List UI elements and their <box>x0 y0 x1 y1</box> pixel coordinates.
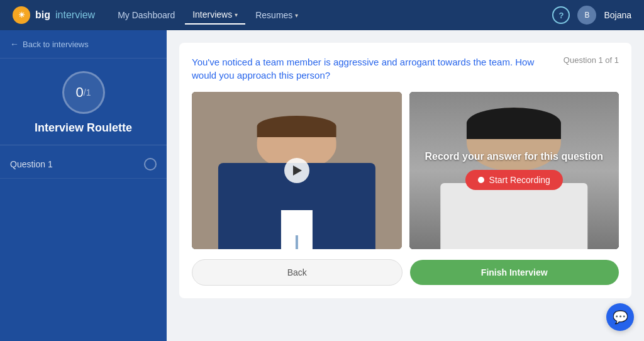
finish-interview-button[interactable]: Finish Interview <box>410 260 619 285</box>
main-layout: ← Back to interviews 0/1 Interview Roule… <box>0 30 644 341</box>
play-button[interactable] <box>284 158 309 183</box>
nav-dashboard[interactable]: My Dashboard <box>110 6 182 24</box>
interviewer-hair <box>257 116 336 137</box>
help-button[interactable]: ? <box>552 6 570 24</box>
nav-right: ? B Bojana <box>552 6 631 25</box>
progress-circle: 0/1 <box>62 71 105 114</box>
progress-denom: /1 <box>84 87 91 98</box>
chevron-down-icon <box>235 11 238 18</box>
chevron-down-icon <box>295 11 298 19</box>
interviewer-video[interactable] <box>192 92 402 249</box>
content-area: You've noticed a team member is aggressi… <box>167 30 644 341</box>
chat-bubble-button[interactable]: 💬 <box>606 303 634 331</box>
button-row: Back Finish Interview <box>192 259 619 286</box>
record-overlay: Record your answer for this question Sta… <box>409 92 619 249</box>
question-counter: Question 1 of 1 <box>564 55 619 65</box>
question-radio <box>144 158 157 170</box>
video-row: Record your answer for this question Sta… <box>192 92 619 249</box>
user-name-label: Bojana <box>604 10 631 20</box>
back-arrow-icon: ← <box>10 39 19 49</box>
brand-logo[interactable]: ☀ biginterview <box>13 6 95 24</box>
question-item-label: Question 1 <box>10 159 53 169</box>
brand-sun-icon: ☀ <box>13 6 30 24</box>
nav-resumes[interactable]: Resumes <box>248 6 306 24</box>
nav-links: My Dashboard Interviews Resumes <box>110 6 537 25</box>
navbar: ☀ biginterview My Dashboard Interviews R… <box>0 0 644 30</box>
sidebar-item-question-1[interactable]: Question 1 <box>0 150 167 179</box>
interviewer-shirt <box>281 210 313 249</box>
sidebar: ← Back to interviews 0/1 Interview Roule… <box>0 30 167 341</box>
progress-current: 0 <box>76 84 84 101</box>
play-icon <box>293 165 302 176</box>
back-to-interviews-link[interactable]: ← Back to interviews <box>0 30 167 59</box>
start-recording-button[interactable]: Start Recording <box>465 170 563 190</box>
sidebar-questions-list: Question 1 <box>0 145 167 184</box>
sidebar-title: Interview Roulette <box>35 121 132 135</box>
brand-big-text: big <box>35 9 50 21</box>
avatar: B <box>577 6 596 25</box>
question-header: You've noticed a team member is aggressi… <box>192 55 619 82</box>
brand-interview-text: interview <box>55 9 95 21</box>
nav-interviews[interactable]: Interviews <box>185 6 245 25</box>
interviewer-tie <box>296 235 298 249</box>
record-overlay-label: Record your answer for this question <box>425 151 603 162</box>
back-button[interactable]: Back <box>192 259 402 286</box>
question-text: You've noticed a team member is aggressi… <box>192 55 564 82</box>
chat-icon: 💬 <box>613 310 628 325</box>
webcam-feed[interactable]: Record your answer for this question Sta… <box>409 92 619 249</box>
interview-card: You've noticed a team member is aggressi… <box>179 43 631 298</box>
record-dot-icon <box>478 177 484 183</box>
record-btn-label: Start Recording <box>489 175 550 185</box>
sidebar-header: 0/1 Interview Roulette <box>0 59 167 145</box>
